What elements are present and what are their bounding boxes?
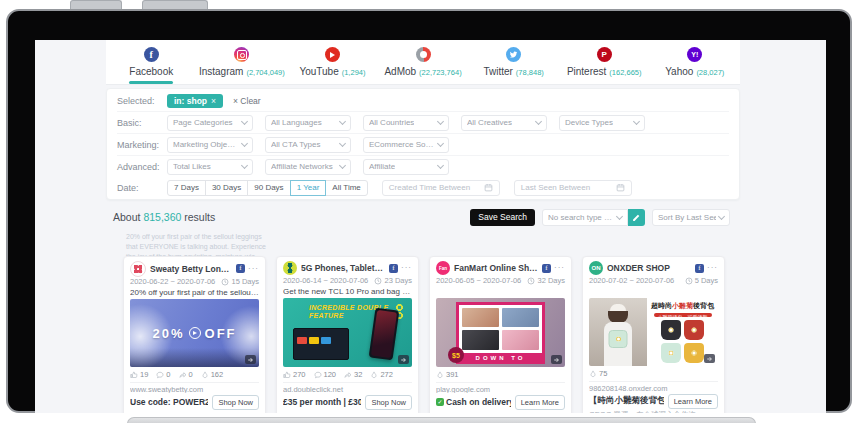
like-icon [283, 371, 291, 379]
tab-admob[interactable]: AdMob(22,723,764) [378, 40, 469, 84]
card-menu-button[interactable]: ··· [248, 267, 259, 271]
date-label: Date: [117, 183, 167, 193]
ad-cta-text: £35 per month | £30 upfront | ... [283, 397, 361, 407]
ad-duration: 23 Days [374, 276, 412, 285]
edit-saved-search-button[interactable] [628, 209, 645, 226]
date-picker-input[interactable]: Last Seen Between [514, 180, 632, 196]
ad-duration: 32 Days [527, 276, 565, 285]
results-bar: About 815,360 results Save Search No sea… [106, 208, 740, 226]
tab-count: (162,665) [609, 68, 641, 77]
filter-row: Marketing: Marketing ObjectivesAll CTA T… [117, 133, 729, 155]
date-range-button[interactable]: 1 Year [290, 180, 327, 196]
stat-heat: 272 [370, 370, 393, 379]
play-icon [189, 327, 201, 339]
ad-date-range: 2020-06-22 ~ 2020-07-06 [130, 277, 215, 286]
filter-dropdown[interactable]: All Countries [363, 115, 449, 131]
ad-date-range: 2020-07-02 ~ 2020-07-06 [589, 276, 674, 285]
model-photo [589, 298, 647, 367]
filter-dropdown[interactable]: Total Likes [167, 159, 253, 175]
date-picker-input[interactable]: Created Time Between [382, 180, 500, 196]
tab-instagram[interactable]: Instagram(2,704,049) [197, 40, 288, 84]
ad-text [589, 287, 718, 296]
ad-text-tooltip-line: 20% off your first pair of the sellout l… [126, 232, 266, 242]
tv-image [293, 328, 349, 360]
page-name[interactable]: FanMart Online Shopping - F... [454, 263, 538, 273]
ad-landing-url[interactable]: ad.doubleclick.net [283, 382, 412, 393]
expand-arrow-icon [247, 357, 254, 363]
ad-text [436, 287, 565, 296]
filter-dropdown[interactable]: Device Types [559, 115, 645, 131]
facebook-badge-icon: f [236, 264, 245, 273]
youtube-icon [325, 47, 340, 62]
filter-row: Advanced: Total LikesAffiliate NetworksA… [117, 155, 729, 177]
ad-text-tooltip-line: that EVERYONE is talking about. Experien… [126, 242, 266, 252]
date-range-button[interactable]: All Time [325, 180, 367, 196]
page-avatar [130, 261, 146, 277]
tab-facebook[interactable]: f Facebook [106, 40, 197, 84]
saved-search-select[interactable]: No search type saved [542, 209, 628, 226]
tab-label: Yahoo [665, 66, 693, 77]
save-search-button[interactable]: Save Search [470, 209, 535, 226]
ad-landing-url[interactable]: 986208148.onxder.com [589, 381, 718, 392]
expand-arrow-icon [706, 356, 713, 362]
ad-cta-button[interactable]: Shop Now [365, 395, 412, 410]
results-area: 20% off your first pair of the sellout l… [123, 256, 725, 413]
chevron-down-icon [616, 212, 623, 219]
ad-cta-button[interactable]: Learn More [668, 394, 718, 409]
tab-yahoo[interactable]: Y! Yahoo(28,027) [649, 40, 740, 84]
filter-dropdown[interactable]: Page Categories [167, 115, 253, 131]
expand-arrow-icon [553, 357, 560, 363]
selected-filter-chip[interactable]: in: shop× [167, 94, 223, 108]
tab-count: (1,294) [342, 68, 366, 77]
ad-creative[interactable]: INCREDIBLE DOUBLEFEATURE [283, 298, 412, 367]
twitter-icon [506, 47, 521, 62]
ad-cta-button[interactable]: Shop Now [212, 395, 259, 410]
open-creative-icon [704, 354, 715, 363]
card-menu-button[interactable]: ··· [554, 266, 565, 270]
facebook-badge-icon: f [542, 264, 551, 273]
tab-pinterest[interactable]: P Pinterest(162,665) [559, 40, 650, 84]
facebook-icon: f [144, 47, 159, 62]
open-creative-icon [245, 355, 256, 364]
filter-dropdown[interactable]: ECommerce Softwares [363, 137, 449, 153]
open-creative-icon [551, 355, 562, 364]
page-name[interactable]: Sweaty Betty London | Wom... [150, 264, 232, 274]
instagram-icon [234, 47, 249, 62]
ad-creative[interactable]: 20%OFF [130, 299, 259, 368]
date-range-button[interactable]: 30 Days [205, 180, 248, 196]
chip-remove-icon[interactable]: × [211, 96, 216, 106]
tab-count: (28,027) [696, 68, 724, 77]
filter-row-label: Advanced: [117, 162, 167, 172]
sort-select[interactable]: Sort By Last Seen [652, 209, 730, 226]
filter-dropdown[interactable]: Affiliate [363, 159, 449, 175]
ad-creative[interactable]: 超時尚小雛菊後背包小雛菊挎包，可愛清新 [589, 298, 718, 367]
tab-label: AdMob [384, 66, 416, 77]
heat-icon [436, 371, 444, 379]
page-name[interactable]: 5G Phones, Tablets & SIMs | ... [301, 263, 385, 273]
filter-dropdown[interactable]: All CTA Types [265, 137, 351, 153]
network-tab-bar: f Facebook Instagram(2,704,049) YouTube(… [106, 40, 740, 85]
ad-landing-url[interactable]: www.sweatybetty.com [130, 382, 259, 393]
filter-dropdown[interactable]: All Creatives [461, 115, 547, 131]
clear-filters-button[interactable]: × Clear [233, 96, 261, 106]
ad-landing-url[interactable]: play.google.com [436, 382, 565, 393]
filter-dropdown[interactable]: All Languages [265, 115, 351, 131]
date-range-button[interactable]: 7 Days [167, 180, 206, 196]
page-name[interactable]: ONXDER SHOP [607, 263, 691, 273]
expand-arrow-icon [400, 357, 407, 363]
tab-twitter[interactable]: Twitter(78,848) [468, 40, 559, 84]
card-menu-button[interactable]: ··· [401, 266, 412, 270]
ad-stats: 391 [436, 370, 565, 379]
twitter-bird [509, 50, 518, 59]
filter-dropdown[interactable]: Marketing Objectives [167, 137, 253, 153]
pinterest-icon: P [597, 47, 612, 62]
ad-cta-button[interactable]: Learn More [515, 395, 565, 410]
ad-stats: 75 [589, 369, 718, 378]
ad-card: ON ONXDER SHOP f ··· 2020-07-02 ~ 2020-0… [582, 256, 725, 413]
tab-youtube[interactable]: YouTube(1,294) [287, 40, 378, 84]
card-menu-button[interactable]: ··· [707, 266, 718, 270]
date-range-button[interactable]: 90 Days [247, 180, 290, 196]
ad-creative[interactable]: DOWN TO$5 [436, 298, 565, 367]
clock-icon [374, 277, 382, 285]
filter-dropdown[interactable]: Affiliate Networks [265, 159, 351, 175]
